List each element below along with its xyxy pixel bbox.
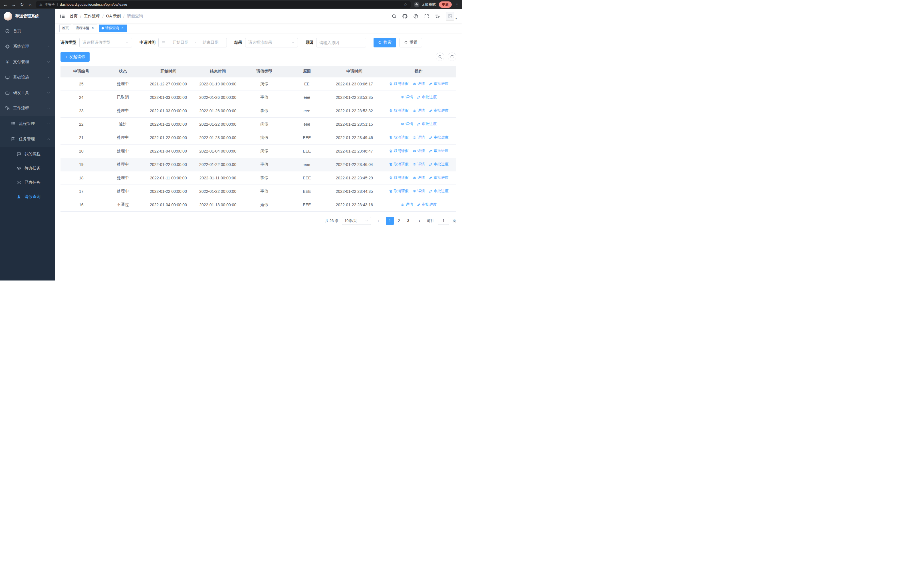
tab-process-detail[interactable]: 流程详情 ×: [73, 24, 97, 32]
close-icon[interactable]: ×: [91, 26, 95, 30]
detail-action[interactable]: 详情: [412, 81, 425, 86]
forward-icon[interactable]: →: [11, 2, 16, 7]
tab-leave-query[interactable]: 请假查询 ×: [99, 24, 127, 32]
start-date-input[interactable]: 开始日期: [167, 40, 194, 45]
refresh-table-button[interactable]: [448, 53, 456, 61]
column-header: 操作: [381, 66, 456, 77]
security-label[interactable]: 不安全: [45, 2, 55, 7]
column-header: 申请时间: [328, 66, 381, 77]
detail-action[interactable]: 详情: [412, 188, 425, 194]
eye-icon: [412, 82, 416, 86]
breadcrumb-item[interactable]: OA 示例: [106, 14, 121, 19]
edit-icon: [429, 190, 433, 193]
sidebar-item-leave-query[interactable]: 请假查询: [0, 190, 55, 204]
back-icon[interactable]: ←: [3, 2, 8, 7]
sidebar-item-system[interactable]: 系统管理: [0, 39, 55, 54]
cell-end: 2022-01-26 00:00:00: [193, 104, 243, 117]
sidebar-item-my-process[interactable]: 我的流程: [0, 147, 55, 161]
progress-action[interactable]: 审批进度: [429, 108, 448, 113]
detail-action[interactable]: 详情: [412, 108, 425, 113]
edit-icon: [429, 176, 433, 180]
tab-home[interactable]: 首页: [59, 24, 71, 32]
close-icon[interactable]: ×: [120, 26, 124, 30]
sidebar-item-workflow[interactable]: 工作流程: [0, 101, 55, 116]
page-size-select[interactable]: 10条/页: [342, 217, 371, 225]
sidebar-item-done-tasks[interactable]: 已办任务: [0, 175, 55, 190]
progress-action[interactable]: 审批进度: [429, 135, 448, 140]
cell-type: 事假: [243, 171, 286, 185]
update-button[interactable]: 更新: [439, 2, 452, 8]
cancel-action[interactable]: 取消请假: [389, 148, 409, 153]
progress-action[interactable]: 审批进度: [417, 95, 436, 100]
url-text[interactable]: dashboard.yudao.iocoder.cn/bpm/oa/leave: [60, 3, 127, 7]
app-logo[interactable]: 芋道管理系统: [0, 9, 55, 23]
fullscreen-icon[interactable]: [424, 14, 429, 19]
page-button-3[interactable]: 3: [404, 217, 412, 225]
detail-action[interactable]: 详情: [400, 202, 413, 207]
sidebar-item-task-management[interactable]: 任务管理: [0, 131, 55, 147]
progress-action[interactable]: 审批进度: [429, 148, 448, 153]
page-button-1[interactable]: 1: [386, 217, 394, 225]
more-menu-icon[interactable]: ⋮: [455, 2, 459, 7]
cell-start: 2022-01-22 00:00:00: [144, 158, 193, 171]
cell-start: 2022-01-22 00:00:00: [144, 131, 193, 144]
table-row: 17处理中2022-01-22 00:00:002022-01-22 00:00…: [60, 185, 456, 198]
sidebar-collapse-icon[interactable]: [60, 14, 65, 19]
cancel-action[interactable]: 取消请假: [389, 162, 409, 167]
leave-type-select[interactable]: 请选择请假类型: [80, 38, 132, 47]
detail-action[interactable]: 详情: [412, 135, 425, 140]
column-header: 申请编号: [60, 66, 102, 77]
reset-button[interactable]: 重置: [399, 38, 422, 47]
progress-action[interactable]: 审批进度: [429, 175, 448, 180]
progress-action[interactable]: 审批进度: [417, 202, 436, 207]
toggle-search-button[interactable]: [436, 53, 444, 61]
detail-action[interactable]: 详情: [400, 95, 413, 100]
home-icon[interactable]: ⌂: [28, 2, 33, 7]
user-menu[interactable]: ▾: [446, 12, 457, 21]
font-size-icon[interactable]: [435, 14, 440, 19]
progress-action[interactable]: 审批进度: [429, 81, 448, 86]
eye-icon: [400, 122, 404, 126]
sidebar-item-devtools[interactable]: 研发工具: [0, 85, 55, 101]
cancel-action[interactable]: 取消请假: [389, 135, 409, 140]
progress-action[interactable]: 审批进度: [429, 162, 448, 167]
sidebar-item-payment[interactable]: ¥ 支付管理: [0, 54, 55, 70]
cancel-action[interactable]: 取消请假: [389, 188, 409, 194]
pagination: 共 23 条 10条/页 ‹ 123 › 前往 页: [60, 217, 456, 230]
leave-type-label: 请假类型: [60, 40, 76, 45]
breadcrumb-item[interactable]: 首页: [70, 14, 78, 19]
create-leave-button[interactable]: + 发起请假: [60, 52, 90, 62]
breadcrumb-item[interactable]: 工作流程: [84, 14, 100, 19]
prev-page-button[interactable]: ‹: [374, 217, 382, 225]
star-icon[interactable]: ☆: [404, 2, 407, 7]
help-icon[interactable]: [413, 14, 418, 19]
search-button[interactable]: 搜索: [374, 38, 396, 47]
reason-input[interactable]: [316, 38, 366, 47]
reload-icon[interactable]: ↻: [20, 2, 24, 7]
progress-action[interactable]: 审批进度: [429, 188, 448, 194]
cancel-action[interactable]: 取消请假: [389, 108, 409, 113]
sidebar-item-todo-tasks[interactable]: 待办任务: [0, 161, 55, 175]
github-icon[interactable]: [402, 14, 408, 19]
page-button-2[interactable]: 2: [395, 217, 403, 225]
search-icon[interactable]: [392, 14, 397, 19]
detail-action[interactable]: 详情: [400, 122, 413, 126]
sidebar-item-infrastructure[interactable]: 基础设施: [0, 70, 55, 85]
end-date-input[interactable]: 结束日期: [197, 40, 224, 45]
caret-down-icon: ▾: [455, 17, 457, 21]
sidebar-item-process-management[interactable]: 流程管理: [0, 116, 55, 131]
goto-page-input[interactable]: [438, 217, 449, 225]
detail-action[interactable]: 详情: [412, 175, 425, 180]
result-select[interactable]: 请选择流结果: [245, 38, 298, 47]
column-header: 开始时间: [144, 66, 193, 77]
address-bar[interactable]: ⚠ 不安全 dashboard.yudao.iocoder.cn/bpm/oa/…: [36, 1, 411, 8]
cell-id: 22: [60, 117, 102, 131]
progress-action[interactable]: 审批进度: [417, 122, 436, 126]
next-page-button[interactable]: ›: [416, 217, 423, 225]
cancel-action[interactable]: 取消请假: [389, 81, 409, 86]
sidebar-item-home[interactable]: 首页: [0, 23, 55, 39]
detail-action[interactable]: 详情: [412, 148, 425, 153]
detail-action[interactable]: 详情: [412, 162, 425, 167]
apply-time-range-picker[interactable]: 开始日期 - 结束日期: [158, 38, 227, 47]
cancel-action[interactable]: 取消请假: [389, 175, 409, 180]
